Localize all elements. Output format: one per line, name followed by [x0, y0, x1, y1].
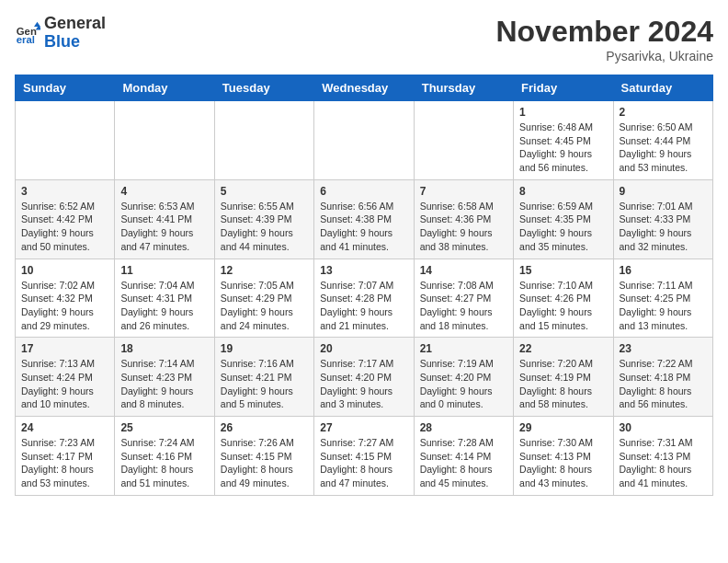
day-info: Sunrise: 7:27 AM Sunset: 4:15 PM Dayligh… — [320, 436, 407, 490]
day-number: 9 — [620, 185, 707, 198]
day-number: 3 — [21, 185, 108, 198]
calendar-cell: 18Sunrise: 7:14 AM Sunset: 4:23 PM Dayli… — [115, 338, 214, 417]
day-info: Sunrise: 7:17 AM Sunset: 4:20 PM Dayligh… — [320, 357, 407, 411]
calendar-cell: 12Sunrise: 7:05 AM Sunset: 4:29 PM Dayli… — [214, 259, 313, 338]
day-number: 6 — [320, 185, 407, 198]
day-info: Sunrise: 7:05 AM Sunset: 4:29 PM Dayligh… — [221, 279, 308, 333]
day-info: Sunrise: 6:52 AM Sunset: 4:42 PM Dayligh… — [21, 200, 108, 254]
day-info: Sunrise: 7:02 AM Sunset: 4:32 PM Dayligh… — [21, 279, 108, 333]
day-info: Sunrise: 7:16 AM Sunset: 4:21 PM Dayligh… — [221, 357, 308, 411]
calendar-header-row: SundayMondayTuesdayWednesdayThursdayFrid… — [16, 75, 713, 101]
calendar-week-2: 3Sunrise: 6:52 AM Sunset: 4:42 PM Daylig… — [16, 179, 713, 259]
calendar-cell: 27Sunrise: 7:27 AM Sunset: 4:15 PM Dayli… — [314, 417, 414, 496]
header-friday: Friday — [514, 75, 613, 101]
calendar-week-1: 1Sunrise: 6:48 AM Sunset: 4:45 PM Daylig… — [16, 101, 713, 180]
header-monday: Monday — [115, 75, 214, 101]
logo-icon: Gen eral — [15, 20, 40, 46]
day-number: 21 — [420, 342, 507, 355]
calendar-cell: 1Sunrise: 6:48 AM Sunset: 4:45 PM Daylig… — [514, 101, 613, 180]
day-number: 10 — [21, 264, 108, 277]
header-saturday: Saturday — [613, 75, 712, 101]
calendar-cell: 23Sunrise: 7:22 AM Sunset: 4:18 PM Dayli… — [613, 338, 712, 417]
day-number: 1 — [519, 106, 607, 119]
day-number: 16 — [620, 264, 707, 277]
svg-marker-2 — [34, 22, 40, 27]
calendar-table: SundayMondayTuesdayWednesdayThursdayFrid… — [15, 75, 713, 496]
calendar-cell: 30Sunrise: 7:31 AM Sunset: 4:13 PM Dayli… — [613, 417, 712, 496]
header-sunday: Sunday — [16, 75, 115, 101]
day-info: Sunrise: 7:19 AM Sunset: 4:20 PM Dayligh… — [420, 357, 507, 411]
calendar-cell: 15Sunrise: 7:10 AM Sunset: 4:26 PM Dayli… — [514, 259, 613, 338]
day-info: Sunrise: 7:07 AM Sunset: 4:28 PM Dayligh… — [320, 279, 407, 333]
day-info: Sunrise: 7:01 AM Sunset: 4:33 PM Dayligh… — [620, 200, 707, 254]
calendar-cell: 5Sunrise: 6:55 AM Sunset: 4:39 PM Daylig… — [214, 179, 313, 259]
day-number: 13 — [320, 264, 407, 277]
calendar-body: 1Sunrise: 6:48 AM Sunset: 4:45 PM Daylig… — [16, 101, 713, 496]
location: Pysarivka, Ukraine — [495, 49, 713, 63]
calendar-cell: 29Sunrise: 7:30 AM Sunset: 4:13 PM Dayli… — [514, 417, 613, 496]
calendar-cell: 21Sunrise: 7:19 AM Sunset: 4:20 PM Dayli… — [414, 338, 513, 417]
calendar-cell — [16, 101, 115, 180]
calendar-cell: 3Sunrise: 6:52 AM Sunset: 4:42 PM Daylig… — [16, 179, 115, 259]
day-number: 28 — [420, 421, 507, 434]
day-number: 20 — [320, 342, 407, 355]
day-number: 27 — [320, 421, 407, 434]
calendar-cell — [115, 101, 214, 180]
calendar-cell: 16Sunrise: 7:11 AM Sunset: 4:25 PM Dayli… — [613, 259, 712, 338]
calendar-cell: 25Sunrise: 7:24 AM Sunset: 4:16 PM Dayli… — [115, 417, 214, 496]
day-info: Sunrise: 7:30 AM Sunset: 4:13 PM Dayligh… — [519, 436, 607, 490]
calendar-week-3: 10Sunrise: 7:02 AM Sunset: 4:32 PM Dayli… — [16, 259, 713, 338]
day-info: Sunrise: 7:13 AM Sunset: 4:24 PM Dayligh… — [21, 357, 108, 411]
day-number: 30 — [620, 421, 707, 434]
calendar-cell: 26Sunrise: 7:26 AM Sunset: 4:15 PM Dayli… — [214, 417, 313, 496]
day-number: 15 — [519, 264, 607, 277]
day-info: Sunrise: 6:59 AM Sunset: 4:35 PM Dayligh… — [519, 200, 607, 254]
day-info: Sunrise: 7:04 AM Sunset: 4:31 PM Dayligh… — [120, 279, 208, 333]
header-thursday: Thursday — [414, 75, 513, 101]
day-info: Sunrise: 7:08 AM Sunset: 4:27 PM Dayligh… — [420, 279, 507, 333]
calendar-cell: 14Sunrise: 7:08 AM Sunset: 4:27 PM Dayli… — [414, 259, 513, 338]
day-info: Sunrise: 6:50 AM Sunset: 4:44 PM Dayligh… — [620, 121, 707, 175]
day-info: Sunrise: 7:14 AM Sunset: 4:23 PM Dayligh… — [120, 357, 208, 411]
day-info: Sunrise: 7:23 AM Sunset: 4:17 PM Dayligh… — [21, 436, 108, 490]
calendar-cell: 2Sunrise: 6:50 AM Sunset: 4:44 PM Daylig… — [613, 101, 712, 180]
calendar-week-4: 17Sunrise: 7:13 AM Sunset: 4:24 PM Dayli… — [16, 338, 713, 417]
calendar-cell — [414, 101, 513, 180]
day-number: 22 — [519, 342, 607, 355]
calendar-cell: 28Sunrise: 7:28 AM Sunset: 4:14 PM Dayli… — [414, 417, 513, 496]
logo-text: General Blue — [44, 15, 106, 52]
calendar-cell: 11Sunrise: 7:04 AM Sunset: 4:31 PM Dayli… — [115, 259, 214, 338]
day-info: Sunrise: 6:56 AM Sunset: 4:38 PM Dayligh… — [320, 200, 407, 254]
calendar-cell: 6Sunrise: 6:56 AM Sunset: 4:38 PM Daylig… — [314, 179, 414, 259]
day-number: 17 — [21, 342, 108, 355]
header-tuesday: Tuesday — [214, 75, 313, 101]
calendar-cell: 20Sunrise: 7:17 AM Sunset: 4:20 PM Dayli… — [314, 338, 414, 417]
day-info: Sunrise: 7:10 AM Sunset: 4:26 PM Dayligh… — [519, 279, 607, 333]
day-info: Sunrise: 6:48 AM Sunset: 4:45 PM Dayligh… — [519, 121, 607, 175]
day-number: 19 — [221, 342, 308, 355]
calendar-week-5: 24Sunrise: 7:23 AM Sunset: 4:17 PM Dayli… — [16, 417, 713, 496]
calendar-cell: 22Sunrise: 7:20 AM Sunset: 4:19 PM Dayli… — [514, 338, 613, 417]
calendar-cell: 4Sunrise: 6:53 AM Sunset: 4:41 PM Daylig… — [115, 179, 214, 259]
day-number: 4 — [120, 185, 208, 198]
calendar-cell: 19Sunrise: 7:16 AM Sunset: 4:21 PM Dayli… — [214, 338, 313, 417]
day-info: Sunrise: 7:24 AM Sunset: 4:16 PM Dayligh… — [120, 436, 208, 490]
calendar-cell: 10Sunrise: 7:02 AM Sunset: 4:32 PM Dayli… — [16, 259, 115, 338]
day-info: Sunrise: 7:31 AM Sunset: 4:13 PM Dayligh… — [620, 436, 707, 490]
header-wednesday: Wednesday — [314, 75, 414, 101]
day-info: Sunrise: 6:58 AM Sunset: 4:36 PM Dayligh… — [420, 200, 507, 254]
calendar-cell — [214, 101, 313, 180]
day-info: Sunrise: 7:28 AM Sunset: 4:14 PM Dayligh… — [420, 436, 507, 490]
day-number: 26 — [221, 421, 308, 434]
month-title: November 2024 — [495, 15, 713, 49]
day-number: 5 — [221, 185, 308, 198]
logo-blue: Blue — [44, 32, 80, 51]
page-header: Gen eral General Blue November 2024 Pysa… — [15, 15, 713, 63]
calendar-cell: 24Sunrise: 7:23 AM Sunset: 4:17 PM Dayli… — [16, 417, 115, 496]
calendar-cell: 13Sunrise: 7:07 AM Sunset: 4:28 PM Dayli… — [314, 259, 414, 338]
day-number: 18 — [120, 342, 208, 355]
day-number: 29 — [519, 421, 607, 434]
day-info: Sunrise: 6:53 AM Sunset: 4:41 PM Dayligh… — [120, 200, 208, 254]
day-number: 2 — [620, 106, 707, 119]
day-number: 23 — [620, 342, 707, 355]
